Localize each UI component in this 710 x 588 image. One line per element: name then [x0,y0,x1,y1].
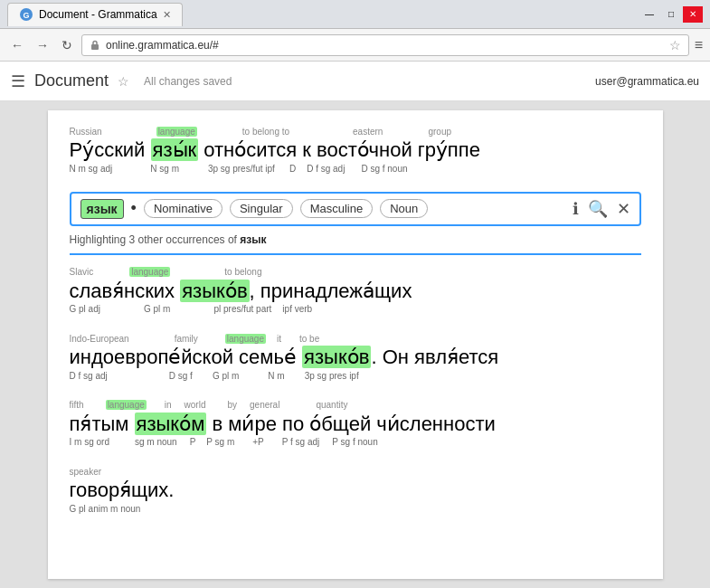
address-bar[interactable]: online.grammatica.eu/# ☆ [81,34,689,56]
popup-dot: • [131,199,137,218]
tab-title: Document - Grammatica [39,8,157,21]
bookmark-star-icon[interactable]: ☆ [669,38,681,52]
url-text: online.grammatica.eu/# [106,39,219,52]
window-controls: — □ ✕ [639,6,703,23]
sentence-3-text: индоевропе́йской семье́ языко́в. Он явля… [70,345,641,371]
svg-text:G: G [23,11,29,20]
popup-selected-word: язык [80,199,124,219]
hamburger-menu-icon[interactable]: ☰ [11,71,25,91]
sentence-5-text: говоря́щих. [70,478,641,504]
nav-bar: ← → ↻ online.grammatica.eu/# ☆ ≡ [0,29,710,62]
title-bar: G Document - Grammatica ✕ — □ ✕ [0,0,710,29]
sentence-3-top-labels: Indo-European family language it to be [70,332,641,345]
favorite-star-icon[interactable]: ☆ [118,74,129,89]
tab-close-btn[interactable]: ✕ [163,9,171,21]
sentence-2-text: славя́нских языко́в, принадлежа́щих [70,279,641,305]
sentence-4-top-labels: fifth language in world by general quant… [70,399,641,412]
search-icon[interactable]: 🔍 [588,199,608,219]
popup-tag-nominative[interactable]: Nominative [144,199,222,218]
popup-tag-singular[interactable]: Singular [230,199,293,218]
highlight-word: язык [240,233,266,246]
sentence-5-top-labels: speaker [70,465,641,478]
sentence-2: Slavic language to belong славя́нских яз… [70,266,641,315]
close-btn[interactable]: ✕ [683,6,703,23]
popup-bar: язык • Nominative Singular Masculine Nou… [70,192,641,226]
tab-favicon: G [19,7,33,22]
close-icon[interactable]: ✕ [617,199,630,219]
browser-tab[interactable]: G Document - Grammatica ✕ [7,3,183,26]
saved-status: All changes saved [144,75,232,88]
reload-btn[interactable]: ↻ [58,36,76,54]
main-content: Russian language to belong to eastern gr… [0,101,710,588]
sentence-1-top-labels: Russian language to belong to eastern gr… [70,125,641,138]
document-area: Russian language to belong to eastern gr… [48,110,663,579]
sentence-4-text: пя́тым языко́м в ми́ре по о́бщей чи́слен… [70,412,641,438]
sentence-2-bot-labels: G pl adj G pl m pl pres/fut part ipf ver… [70,304,641,314]
sentence-3: Indo-European family language it to be и… [70,332,641,381]
user-email: user@grammatica.eu [595,75,699,88]
back-btn[interactable]: ← [7,36,27,54]
maximize-btn[interactable]: □ [661,6,681,23]
info-icon[interactable]: ℹ [573,199,579,219]
sentence-4-bot-labels: I m sg ord sg m noun P P sg m +P P f sg … [70,437,641,447]
popup-tag-noun[interactable]: Noun [380,199,428,218]
sentence-1-bot-labels: N m sg adj N sg m 3p sg pres/fut ipf D D… [70,164,641,174]
sentence-2-top-labels: Slavic language to belong [70,266,641,279]
minimize-btn[interactable]: — [639,6,659,23]
sentence-1: Russian language to belong to eastern gr… [70,125,641,174]
sentence-4: fifth language in world by general quant… [70,399,641,448]
forward-btn[interactable]: → [33,36,52,54]
highlight-note: Highlighting 3 other occurrences of язык [70,233,641,255]
browser-menu-icon[interactable]: ≡ [695,37,703,53]
popup-tag-masculine[interactable]: Masculine [300,199,374,218]
svg-rect-2 [91,44,99,50]
sentence-1-text: Ру́сский язы́к отно́сится к восто́чной г… [70,138,641,164]
document-title: Document [34,71,109,90]
sentence-5: speaker говоря́щих. G pl anim m noun [70,465,641,514]
sentence-3-bot-labels: D f sg adj D sg f G pl m N m 3p sg pres … [70,371,641,381]
sentence-5-bot-labels: G pl anim m noun [70,504,641,514]
app-toolbar: ☰ Document ☆ All changes saved user@gram… [0,62,710,101]
lock-icon [90,40,100,51]
popup-icons: ℹ 🔍 ✕ [573,199,630,219]
